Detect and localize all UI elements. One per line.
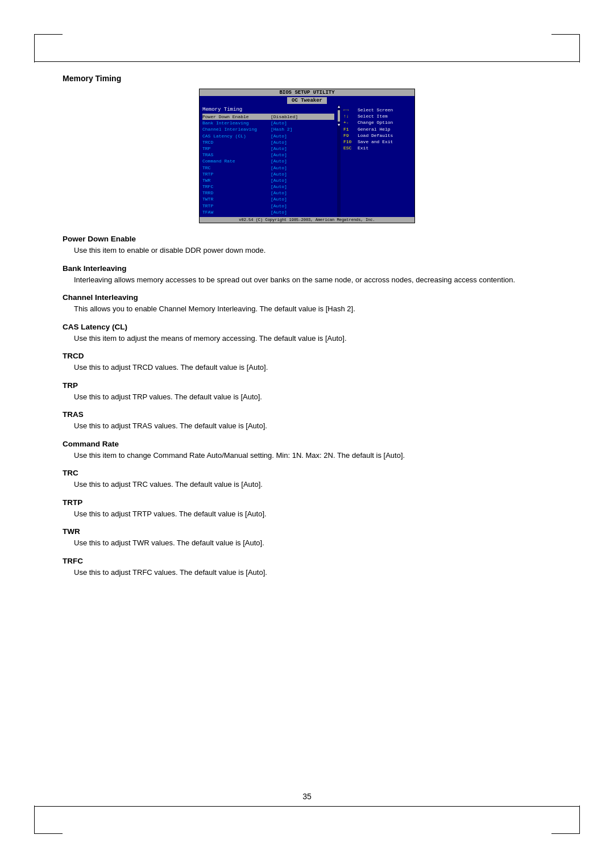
corner-mark-tr xyxy=(579,34,580,62)
help-text-trtp: Use this to adjust TRTP values. The defa… xyxy=(63,508,551,520)
help-sections: Power Down EnableUse this item to enable… xyxy=(63,235,551,578)
help-text-twr: Use this to adjust TWR values. The defau… xyxy=(63,537,551,549)
bios-row-label: TRFC xyxy=(202,183,271,190)
help-section-trtp: TRTPUse this to adjust TRTP values. The … xyxy=(63,498,551,520)
bios-row: CAS Latency (CL)[Auto] xyxy=(202,133,334,139)
help-text-bank-interleaving: Interleaving allows memory accesses to b… xyxy=(63,274,551,286)
bios-row-label: CAS Latency (CL) xyxy=(202,133,271,139)
help-section-command-rate: Command RateUse this item to change Comm… xyxy=(63,440,551,461)
bios-row-label: TRC xyxy=(202,165,271,171)
bios-row-label: TRP xyxy=(202,145,271,152)
corner-mark-bl-h xyxy=(34,833,63,834)
bios-row-value: [Auto] xyxy=(271,120,287,126)
bios-row-value: [Auto] xyxy=(271,165,287,171)
help-title-power-down-enable: Power Down Enable xyxy=(63,235,551,243)
help-text-trp: Use this to adjust TRP values. The defau… xyxy=(63,391,551,403)
bios-left-panel: Memory Timing Power Down Enable[Disabled… xyxy=(200,105,337,217)
bios-row-label: Bank Interleaving xyxy=(202,120,271,126)
bios-row: TRC[Auto] xyxy=(202,165,334,171)
help-section-trp: TRPUse this to adjust TRP values. The de… xyxy=(63,381,551,403)
bios-shortcut-row: ←→Select Screen xyxy=(343,107,412,113)
bios-row-value: [Auto] xyxy=(271,183,287,190)
help-title-trtp: TRTP xyxy=(63,498,551,507)
corner-mark-br xyxy=(579,806,580,834)
bottom-border xyxy=(34,806,580,807)
bios-row-value: [Auto] xyxy=(271,196,287,202)
bios-row: TRTP[Auto] xyxy=(202,171,334,177)
section-title: Memory Timing xyxy=(63,74,551,83)
bios-row-value: [Auto] xyxy=(271,139,287,145)
bios-shortcut-key: F9 xyxy=(343,132,358,139)
bios-row-value: [Auto] xyxy=(271,190,287,196)
help-title-cas-latency: CAS Latency (CL) xyxy=(63,323,551,331)
bios-tab-oc-tweaker: OC Tweaker xyxy=(287,97,327,104)
bios-row: Bank Interleaving[Auto] xyxy=(202,120,334,126)
bios-row-value: [Auto] xyxy=(271,158,287,164)
help-title-twr: TWR xyxy=(63,527,551,536)
page-number: 35 xyxy=(0,792,614,801)
help-section-channel-interleaving: Channel InterleavingThis allows you to e… xyxy=(63,293,551,315)
bios-shortcut-key: ESC xyxy=(343,145,358,151)
bios-shortcut-desc: General Help xyxy=(358,126,391,132)
bios-row: TFAW[Auto] xyxy=(202,209,334,215)
bios-row-label: TWR xyxy=(202,177,271,183)
bios-row-value: [Disabled] xyxy=(271,114,298,120)
bios-row-value: [Auto] xyxy=(271,171,287,177)
bios-shortcut-key: ←→ xyxy=(343,107,358,113)
bios-row-value: [Auto] xyxy=(271,177,287,183)
bios-row-label: Channel Interleaving xyxy=(202,126,271,132)
bios-shortcut-row: ESCExit xyxy=(343,145,412,151)
help-title-channel-interleaving: Channel Interleaving xyxy=(63,293,551,302)
bios-shortcut-key: ↑↓ xyxy=(343,113,358,119)
bios-row-label: TWTR xyxy=(202,196,271,202)
bios-row-value: [Auto] xyxy=(271,133,287,139)
bios-row: TWR[Auto] xyxy=(202,177,334,183)
scroll-up-icon: ▲ xyxy=(338,105,340,109)
bios-row-label: TRRD xyxy=(202,190,271,196)
bios-rows: Power Down Enable[Disabled]Bank Interlea… xyxy=(202,114,334,215)
bios-row-label: Command Rate xyxy=(202,158,271,164)
bios-row-label: TFAW xyxy=(202,209,271,215)
bios-row-value: [Hash 2] xyxy=(271,126,292,132)
bios-right-panel: ←→Select Screen↑↓Select Item+-Change Opt… xyxy=(341,105,414,217)
bios-row-value: [Auto] xyxy=(271,209,287,215)
help-text-power-down-enable: Use this item to enable or disable DDR p… xyxy=(63,245,551,256)
bios-row: Command Rate[Auto] xyxy=(202,158,334,164)
bios-shortcuts: ←→Select Screen↑↓Select Item+-Change Opt… xyxy=(343,107,412,151)
bios-row-label: TRTP xyxy=(202,171,271,177)
help-section-trfc: TRFCUse this to adjust TRFC values. The … xyxy=(63,557,551,578)
corner-mark-bl xyxy=(34,806,35,834)
bios-main-area: Memory Timing Power Down Enable[Disabled… xyxy=(200,105,414,217)
bios-title: BIOS SETUP UTILITY xyxy=(200,89,414,96)
help-text-trcd: Use this to adjust TRCD values. The defa… xyxy=(63,362,551,373)
corner-mark-tl xyxy=(34,34,35,62)
help-section-trcd: TRCDUse this to adjust TRCD values. The … xyxy=(63,352,551,373)
help-title-tras: TRAS xyxy=(63,410,551,419)
help-section-cas-latency: CAS Latency (CL)Use this item to adjust … xyxy=(63,323,551,344)
help-text-trc: Use this to adjust TRC values. The defau… xyxy=(63,479,551,490)
bios-shortcut-desc: Load Defaults xyxy=(358,132,393,139)
bios-shortcut-desc: Save and Exit xyxy=(358,139,393,145)
bios-row: TWTR[Auto] xyxy=(202,196,334,202)
help-text-command-rate: Use this item to change Command Rate Aut… xyxy=(63,450,551,461)
bios-row: Channel Interleaving[Hash 2] xyxy=(202,126,334,132)
scroll-down-icon: ▼ xyxy=(338,123,340,127)
bios-row-label: TRAS xyxy=(202,152,271,158)
help-text-tras: Use this to adjust TRAS values. The defa… xyxy=(63,420,551,432)
bios-shortcut-row: ↑↓Select Item xyxy=(343,113,412,119)
bios-row: Power Down Enable[Disabled] xyxy=(202,114,334,120)
help-text-channel-interleaving: This allows you to enable Channel Memory… xyxy=(63,303,551,315)
bios-row-value: [Auto] xyxy=(271,203,287,209)
bios-row-value: [Auto] xyxy=(271,145,287,152)
bios-section-label: Memory Timing xyxy=(202,107,334,112)
bios-row: TRRD[Auto] xyxy=(202,190,334,196)
bios-row: TRP[Auto] xyxy=(202,145,334,152)
corner-mark-br-h xyxy=(551,833,580,834)
help-title-bank-interleaving: Bank Interleaving xyxy=(63,264,551,273)
bios-screenshot: BIOS SETUP UTILITY OC Tweaker Memory Tim… xyxy=(199,89,415,223)
corner-mark-tr-h xyxy=(551,34,580,35)
bios-shortcut-desc: Change Option xyxy=(358,119,393,126)
bios-shortcut-row: +-Change Option xyxy=(343,119,412,126)
bios-row: TRTP[Auto] xyxy=(202,203,334,209)
bios-row-label: TRTP xyxy=(202,203,271,209)
